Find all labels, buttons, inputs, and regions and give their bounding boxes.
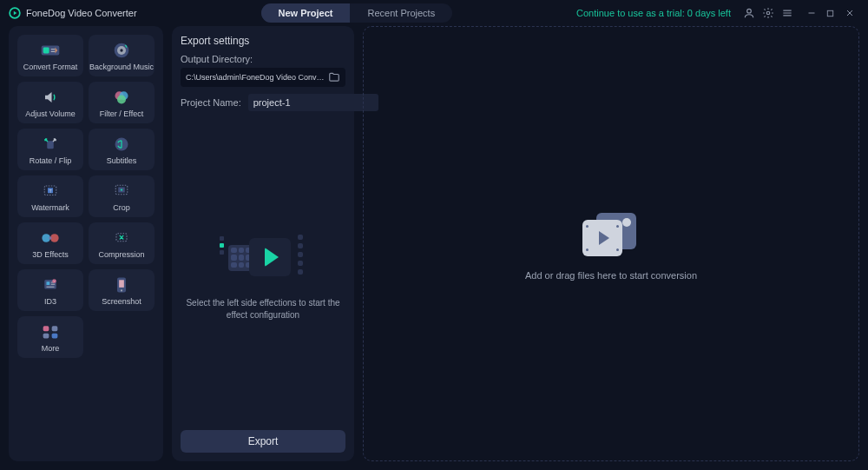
drop-zone-icon [581,208,641,251]
svg-point-29 [121,289,122,291]
tools-sidebar: Convert FormatBackground MusicAdjust Vol… [9,26,163,461]
app-title: FoneDog Video Converter [26,8,137,18]
project-tabs: New Project Recent Projects [261,3,453,23]
effect-hint-text: Select the left side effections to start… [181,297,345,321]
minimize-button[interactable] [802,3,821,23]
tool-label: Filter / Effect [100,109,143,118]
tool-background-music[interactable]: Background Music [89,35,155,76]
tool-label: Convert Format [23,63,78,71]
rotate-flip-icon [42,135,59,154]
tool-label: Rotate / Flip [30,156,72,165]
tool-label: Compression [98,250,144,259]
menu-icon[interactable] [778,3,797,23]
close-button[interactable] [840,3,859,23]
tool-convert-format[interactable]: Convert Format [17,35,83,76]
tool-label: Screenshot [102,297,141,306]
tab-recent-projects[interactable]: Recent Projects [350,3,452,23]
tool-label: ID3 [44,297,56,306]
svg-rect-22 [49,236,52,239]
svg-rect-25 [47,281,50,285]
effect-placeholder-icon [220,228,306,283]
svg-rect-28 [119,280,124,288]
svg-rect-33 [52,333,58,338]
tool-crop[interactable]: Crop [89,175,155,217]
account-icon[interactable] [740,3,759,23]
tool-more[interactable]: More [17,316,83,358]
browse-folder-icon[interactable] [328,71,340,83]
svg-point-20 [42,234,50,242]
tool-label: Background Music [89,63,154,71]
tool-label: Crop [113,203,130,212]
project-name-input[interactable] [248,94,378,111]
svg-rect-5 [43,47,49,53]
svg-point-19 [121,189,122,190]
project-name-label: Project Name: [181,97,241,108]
id3-icon [42,275,59,295]
tool-label: Adjust Volume [25,109,76,118]
svg-rect-12 [47,141,54,149]
svg-point-11 [117,95,126,103]
tool-label: Subtitles [107,156,137,165]
background-music-icon [113,41,130,60]
tool-id3[interactable]: ID3 [17,269,83,311]
output-directory-field[interactable]: C:\Users\admin\FoneDog Video Converter\C… [181,68,345,87]
3d-effects-icon [41,228,60,248]
tool-3d-effects[interactable]: 3D Effects [17,222,83,264]
tab-new-project[interactable]: New Project [261,3,351,23]
drop-zone-hint: Add or drag files here to start conversi… [525,270,697,281]
more-icon [42,322,59,341]
settings-gear-icon[interactable] [759,3,778,23]
tool-label: 3D Effects [32,250,68,259]
tool-filter-effect[interactable]: Filter / Effect [89,82,155,123]
output-directory-value: C:\Users\admin\FoneDog Video Converter\C… [186,73,328,82]
tool-subtitles[interactable]: Subtitles [89,129,155,170]
screenshot-icon [114,275,129,295]
export-settings-panel: Export settings Output Directory: C:\Use… [172,26,354,461]
file-drop-zone[interactable]: Add or drag files here to start conversi… [363,26,859,461]
svg-rect-30 [43,326,49,331]
svg-rect-32 [43,333,49,338]
watermark-icon: T [42,182,59,201]
svg-point-1 [747,9,752,13]
filter-effect-icon [113,88,130,107]
crop-icon [113,182,130,201]
svg-rect-3 [828,10,833,16]
maximize-button[interactable] [821,3,840,23]
adjust-volume-icon [42,88,59,107]
title-bar: FoneDog Video Converter New Project Rece… [0,0,868,26]
tool-compression[interactable]: Compression [89,222,155,264]
tool-rotate-flip[interactable]: Rotate / Flip [17,129,83,170]
trial-status-link[interactable]: Continue to use as a trial: 0 days left [576,8,731,18]
output-directory-label: Output Directory: [181,54,345,64]
svg-rect-31 [52,326,58,331]
subtitles-icon [113,135,130,154]
export-button[interactable]: Export [181,430,345,453]
svg-point-8 [120,49,122,51]
tool-label: Watermark [31,203,69,212]
app-logo-icon [9,7,21,19]
tool-adjust-volume[interactable]: Adjust Volume [17,82,83,123]
tool-watermark[interactable]: TWatermark [17,175,83,217]
tool-label: More [42,344,60,353]
export-settings-title: Export settings [181,35,345,47]
compression-icon [113,228,130,248]
svg-point-2 [766,11,770,15]
tool-screenshot[interactable]: Screenshot [89,269,155,311]
svg-point-21 [50,234,59,242]
convert-format-icon [41,41,60,60]
